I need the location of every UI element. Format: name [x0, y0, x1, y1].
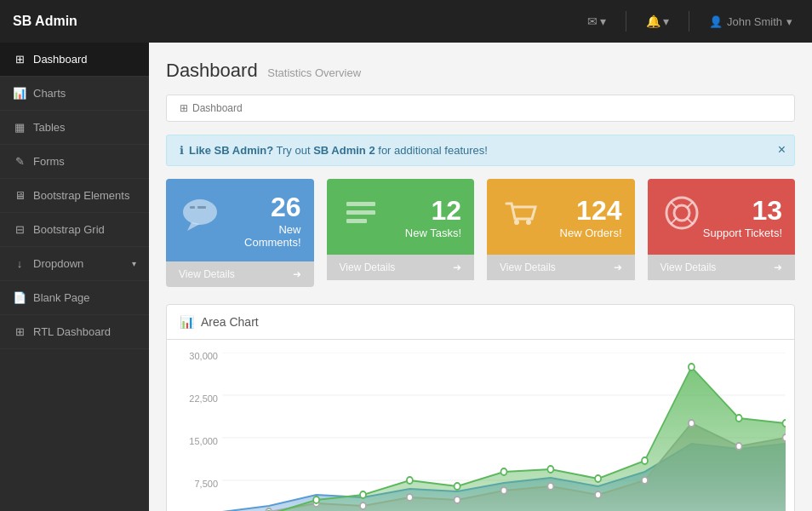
- top-navbar: SB Admin ✉ ▾ 🔔 ▾ 👤 John Smith ▾: [0, 0, 812, 43]
- sidebar-item-blank-page[interactable]: 📄 Blank Page: [0, 281, 149, 315]
- gray-point: [501, 487, 507, 494]
- green-point: [501, 468, 507, 475]
- tasks-footer-text: View Details: [340, 261, 396, 273]
- svg-rect-6: [346, 219, 367, 223]
- divider: [689, 11, 689, 32]
- page-subtitle: Statistics Overview: [267, 66, 361, 79]
- alert-icon: ℹ: [180, 144, 184, 157]
- tasks-stat-info: 12 New Tasks!: [405, 195, 461, 239]
- user-name-label: John Smith: [727, 15, 782, 28]
- y-axis-labels: 30,000 22,500 15,000 7,500: [175, 353, 222, 511]
- blank-page-icon: 📄: [13, 291, 26, 304]
- info-alert: ℹ Like SB Admin? Try out SB Admin 2 for …: [166, 135, 795, 166]
- page-title: Dashboard: [166, 60, 258, 81]
- sidebar-item-dropdown[interactable]: ↓ Dropdown ▾: [0, 247, 149, 281]
- stat-card-tickets: 13 Support Tickets! View Details ➜: [648, 179, 796, 287]
- chart-title: Area Chart: [201, 315, 259, 329]
- tickets-footer-arrow: ➜: [774, 261, 782, 273]
- tasks-icon: [340, 192, 382, 242]
- sidebar-item-label: Dropdown: [33, 257, 83, 270]
- tickets-view-details-link[interactable]: View Details ➜: [648, 255, 796, 280]
- green-point: [642, 457, 648, 464]
- sidebar-item-bootstrap-grid[interactable]: ⊟ Bootstrap Grid: [0, 213, 149, 247]
- page-header: Dashboard Statistics Overview: [166, 60, 795, 82]
- svg-point-8: [526, 220, 531, 225]
- sidebar-item-forms[interactable]: ✎ Forms: [0, 145, 149, 179]
- breadcrumb: ⊞ Dashboard: [166, 95, 795, 122]
- svg-rect-2: [190, 206, 195, 209]
- tasks-view-details-link[interactable]: View Details ➜: [327, 255, 475, 280]
- stat-card-body-orders: 124 New Orders!: [487, 179, 635, 255]
- gray-point: [642, 477, 648, 484]
- tickets-stat-info: 13 Support Tickets!: [703, 195, 782, 239]
- svg-point-7: [514, 220, 519, 225]
- sidebar-item-bootstrap-elements[interactable]: 🖥 Bootstrap Elements: [0, 179, 149, 213]
- gray-point: [407, 494, 413, 501]
- green-point: [736, 415, 742, 422]
- green-point: [547, 466, 553, 473]
- svg-line-12: [687, 202, 693, 208]
- main-content: Dashboard Statistics Overview ⊞ Dashboar…: [149, 43, 812, 511]
- chart-panel-header: 📊 Area Chart: [167, 305, 794, 340]
- tasks-label: New Tasks!: [405, 227, 461, 239]
- notifications-button[interactable]: 🔔 ▾: [639, 10, 676, 32]
- sidebar-item-label: RTL Dashboard: [33, 325, 111, 338]
- alert-link[interactable]: SB Admin 2: [313, 144, 375, 157]
- dropdown-arrow-icon: ▾: [132, 259, 136, 268]
- y-label-15000: 15,000: [189, 436, 218, 446]
- comments-view-details-link[interactable]: View Details ➜: [166, 261, 314, 287]
- comments-label: New Comments!: [221, 223, 301, 249]
- stat-card-body-tasks: 12 New Tasks!: [327, 179, 475, 255]
- divider: [626, 11, 626, 32]
- gray-point: [595, 491, 601, 498]
- breadcrumb-icon: ⊞: [180, 102, 188, 114]
- main-layout: ⊞ Dashboard 📊 Charts ▦ Tables ✎ Forms 🖥 …: [0, 43, 812, 511]
- sidebar-item-charts[interactable]: 📊 Charts: [0, 77, 149, 111]
- svg-rect-5: [346, 210, 375, 215]
- orders-footer-text: View Details: [500, 261, 556, 273]
- area-chart-svg: [222, 353, 786, 511]
- svg-point-0: [183, 199, 217, 225]
- y-label-22500: 22,500: [189, 393, 218, 404]
- svg-line-13: [671, 218, 677, 224]
- sidebar-item-dashboard[interactable]: ⊞ Dashboard: [0, 43, 149, 77]
- email-button[interactable]: ✉ ▾: [580, 10, 613, 32]
- gray-point: [689, 420, 695, 427]
- orders-view-details-link[interactable]: View Details ➜: [487, 255, 635, 280]
- sidebar-item-label: Charts: [33, 87, 66, 100]
- alert-bold: Like SB Admin?: [189, 144, 273, 157]
- bootstrap-elements-icon: 🖥: [13, 189, 26, 202]
- stat-card-body-tickets: 13 Support Tickets!: [648, 179, 796, 255]
- orders-icon: [500, 192, 542, 242]
- dashboard-icon: ⊞: [13, 53, 26, 66]
- sidebar-item-label: Tables: [33, 121, 66, 134]
- orders-footer-arrow: ➜: [614, 261, 622, 273]
- chart-panel-body: 30,000 22,500 15,000 7,500: [167, 340, 794, 511]
- chart-header-icon: 📊: [180, 315, 194, 329]
- svg-rect-3: [197, 206, 206, 209]
- stat-cards: 26 New Comments! View Details ➜: [166, 179, 795, 287]
- sidebar-item-label: Bootstrap Elements: [33, 189, 129, 202]
- sidebar-item-tables[interactable]: ▦ Tables: [0, 111, 149, 145]
- breadcrumb-text: Dashboard: [192, 102, 243, 114]
- comments-icon: [179, 195, 221, 245]
- forms-icon: ✎: [13, 155, 26, 168]
- green-point: [360, 491, 366, 498]
- tables-icon: ▦: [13, 121, 26, 134]
- orders-label: New Orders!: [560, 227, 622, 239]
- gray-point: [455, 497, 460, 503]
- sidebar-item-rtl-dashboard[interactable]: ⊞ RTL Dashboard: [0, 315, 149, 349]
- tasks-count: 12: [405, 195, 461, 227]
- user-icon: 👤: [709, 15, 723, 28]
- nav-icons: ✉ ▾ 🔔 ▾ 👤 John Smith ▾: [580, 10, 799, 32]
- alert-close-button[interactable]: ×: [778, 142, 786, 158]
- stat-card-orders: 124 New Orders! View Details ➜: [487, 179, 635, 287]
- stat-card-comments: 26 New Comments! View Details ➜: [166, 179, 314, 287]
- sidebar-item-label: Blank Page: [33, 291, 90, 304]
- charts-icon: 📊: [13, 87, 26, 100]
- tickets-icon: [660, 192, 703, 242]
- green-point: [455, 483, 460, 490]
- tickets-label: Support Tickets!: [703, 227, 782, 239]
- rtl-dashboard-icon: ⊞: [13, 325, 26, 338]
- user-menu-button[interactable]: 👤 John Smith ▾: [702, 11, 799, 32]
